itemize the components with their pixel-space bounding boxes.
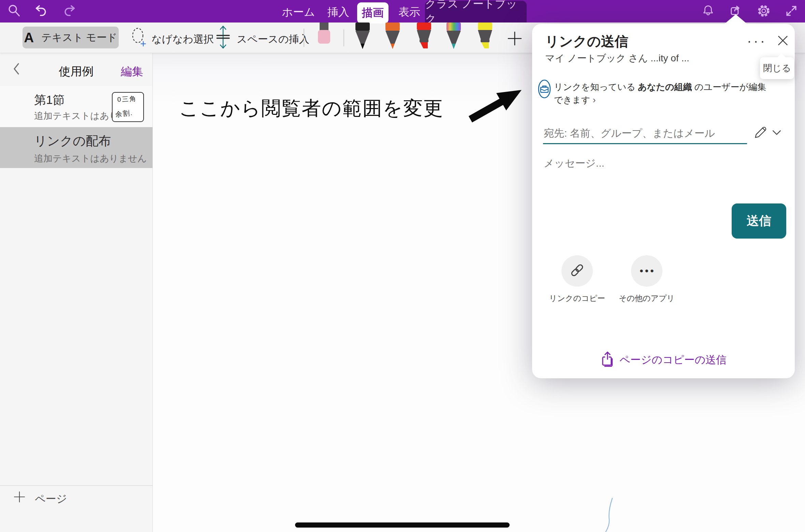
page-list-sidebar: 使用例 編集 第1節 追加テキストはありま… 0三角 余割. リンクの配布 追加… (0, 53, 153, 532)
insert-space-label[interactable]: スペースの挿入 (237, 32, 309, 46)
send-button[interactable]: 送信 (732, 203, 786, 239)
page-item-section1[interactable]: 第1節 追加テキストはありま… 0三角 余割. (0, 86, 152, 127)
ellipsis-icon: ••• (638, 265, 656, 277)
insert-space-icon[interactable] (216, 25, 231, 50)
page-item-subtitle: 追加テキストはありません (34, 152, 147, 165)
add-pen-icon[interactable] (507, 31, 523, 48)
page-item-link-distribution[interactable]: リンクの配布 追加テキストはありません (0, 127, 152, 168)
send-page-copy-icon (600, 351, 615, 369)
thumbnail-handwriting-line2: 余割. (115, 108, 133, 119)
redo-icon[interactable] (62, 4, 77, 20)
more-apps-button[interactable]: ••• (631, 255, 662, 287)
message-input[interactable] (543, 154, 763, 172)
thumbnail-handwriting-line1: 0三角 (117, 94, 137, 104)
dialog-subtitle: マイ ノートブック さん ...ity of ... (545, 52, 689, 65)
chevron-down-icon[interactable] (772, 128, 782, 138)
yellow-highlighter-tool[interactable] (476, 22, 494, 51)
edit-button[interactable]: 編集 (113, 64, 143, 79)
pen-divider (343, 29, 344, 46)
lasso-icon[interactable] (131, 27, 147, 50)
add-page-button[interactable]: ページ (0, 486, 152, 513)
dialog-title: リンクの送信 (545, 32, 628, 51)
organization-briefcase-icon (538, 79, 551, 100)
search-icon[interactable] (8, 4, 21, 19)
toolbar-divider (304, 29, 304, 47)
plus-icon (13, 490, 26, 505)
copy-link-button[interactable] (561, 255, 593, 287)
page-item-title: 第1節 (34, 92, 64, 108)
tab-home[interactable]: ホーム (279, 5, 318, 20)
tab-class-notebook[interactable]: クラス ノートブック (425, 1, 527, 22)
ink-blue-squiggle (599, 497, 619, 532)
top-app-bar: ホーム 挿入 描画 表示 クラス ノートブック (0, 0, 805, 22)
ink-arrow (466, 85, 525, 127)
recipients-input[interactable] (543, 123, 747, 144)
link-permission-setting[interactable]: リンクを知っている あなたの組織 のユーザーが編集できます › (554, 80, 775, 106)
eraser-tool-icon[interactable] (317, 22, 332, 46)
red-marker-tool[interactable] (415, 22, 433, 51)
fullscreen-expand-icon[interactable] (785, 4, 798, 19)
rainbow-pen-tool[interactable] (444, 22, 463, 51)
ink-thick-line (295, 522, 510, 528)
text-mode-button[interactable]: A テキスト モード (23, 27, 119, 48)
link-icon (569, 262, 585, 280)
tab-draw[interactable]: 描画 (357, 2, 389, 24)
org-scope-label: あなたの組織 (638, 82, 692, 92)
notifications-bell-icon[interactable] (701, 4, 715, 19)
ink-annotation-text: ここから閲覧者の範囲を変更 (179, 95, 443, 122)
tab-insert[interactable]: 挿入 (324, 5, 353, 20)
tab-view[interactable]: 表示 (395, 5, 424, 20)
settings-gear-icon[interactable] (757, 4, 771, 19)
black-pen-tool[interactable] (353, 22, 372, 51)
more-apps-label: その他のアプリ (615, 293, 678, 304)
close-tooltip: 閉じる (760, 57, 794, 79)
pencil-edit-icon[interactable] (753, 125, 768, 141)
page-thumbnail: 0三角 余割. (112, 92, 144, 122)
close-icon[interactable] (777, 35, 789, 48)
more-options-icon[interactable]: ··· (747, 33, 767, 49)
copy-link-label: リンクのコピー (546, 293, 609, 304)
undo-icon[interactable] (33, 4, 48, 20)
page-item-title: リンクの配布 (34, 133, 111, 150)
onenote-app: ホーム 挿入 描画 表示 クラス ノートブック A テキスト モード なげなわ選… (0, 0, 805, 532)
chevron-right-icon: › (593, 95, 596, 105)
share-popover-arrow (724, 14, 747, 24)
send-link-dialog: リンクの送信 ··· マイ ノートブック さん ...ity of ... リン… (532, 24, 795, 378)
orange-pen-tool[interactable] (383, 22, 402, 51)
lasso-select-label[interactable]: なげなわ選択 (151, 32, 214, 46)
send-page-copy-button[interactable]: ページのコピーの送信 (600, 351, 727, 369)
text-mode-a-icon: A (24, 30, 34, 45)
